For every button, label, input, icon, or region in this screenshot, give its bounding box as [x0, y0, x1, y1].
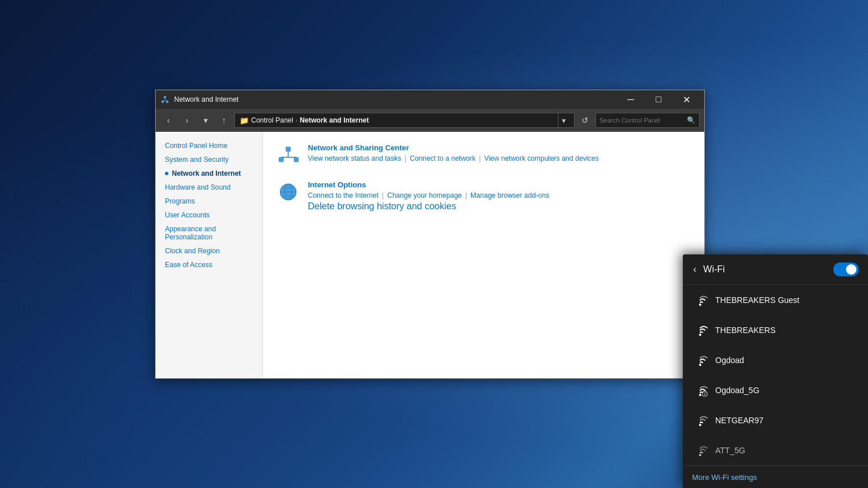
svg-point-23: [699, 424, 701, 426]
sidebar-item-user-accounts[interactable]: User Accounts: [156, 208, 262, 222]
wifi-network-name-1: THEBREAKERS Guest: [715, 295, 800, 305]
svg-point-19: [699, 364, 701, 366]
connect-to-internet-link[interactable]: Connect to the Internet: [308, 191, 378, 199]
internet-options-links: Connect to the Internet | Change your ho…: [308, 191, 549, 199]
wifi-network-name-5: NETGEAR97: [715, 416, 763, 425]
sidebar-item-system-and-security[interactable]: System and Security: [156, 153, 262, 167]
main-content: Network and Sharing Center View network …: [263, 132, 704, 378]
wifi-signal-icon-3: [692, 352, 708, 368]
wifi-footer: More Wi-Fi settings: [683, 465, 868, 488]
sidebar-item-network-and-internet[interactable]: Network and Internet: [156, 167, 262, 180]
sidebar-item-label: Clock and Region: [165, 247, 220, 255]
svg-point-17: [699, 304, 701, 306]
network-sharing-center-content: Network and Sharing Center View network …: [308, 143, 599, 162]
sidebar-item-control-panel-home[interactable]: Control Panel Home: [156, 139, 262, 153]
more-wifi-settings-link[interactable]: More Wi-Fi settings: [692, 473, 757, 482]
window-icon: [160, 95, 170, 104]
sidebar-item-label: Network and Internet: [172, 169, 241, 178]
delete-browsing-history-link[interactable]: Delete browsing history and cookies: [308, 201, 456, 211]
search-input[interactable]: [599, 117, 685, 124]
wifi-network-netgear97[interactable]: NETGEAR97: [683, 405, 868, 435]
wifi-title: Wi-Fi: [703, 264, 827, 275]
svg-point-20: [699, 394, 701, 396]
address-folder-icon: 📁: [240, 116, 249, 125]
close-button[interactable]: ✕: [673, 90, 700, 109]
sidebar-item-label: Control Panel Home: [165, 142, 227, 150]
change-homepage-link[interactable]: Change your homepage: [387, 191, 462, 199]
wifi-network-ogdoad-5g[interactable]: Ogdoad_5G: [683, 375, 868, 405]
wifi-signal-icon-4: [692, 382, 708, 398]
wifi-network-name-2: THEBREAKERS: [715, 326, 775, 335]
sidebar-item-label: User Accounts: [165, 211, 209, 219]
svg-rect-2: [164, 96, 166, 98]
content-area: Control Panel Home System and Security N…: [156, 132, 704, 378]
connect-to-network-link[interactable]: Connect to a network: [410, 154, 475, 162]
wifi-signal-icon-2: [692, 322, 708, 338]
title-bar: Network and Internet ─ □ ✕: [156, 90, 704, 109]
search-icon[interactable]: 🔍: [687, 116, 696, 124]
wifi-network-name-4: Ogdoad_5G: [715, 386, 759, 395]
internet-options-title[interactable]: Internet Options: [308, 180, 549, 189]
refresh-button[interactable]: ↺: [577, 112, 593, 128]
view-network-computers-link[interactable]: View network computers and devices: [484, 154, 599, 162]
address-bar[interactable]: 📁 Control Panel › Network and Internet ▾: [234, 113, 575, 128]
svg-rect-0: [161, 101, 164, 103]
sidebar-item-clock-and-region[interactable]: Clock and Region: [156, 244, 262, 258]
address-separator-1: ›: [296, 117, 297, 124]
back-button[interactable]: ‹: [160, 112, 176, 128]
wifi-network-name-6: ATT_5G: [715, 446, 745, 455]
wifi-toggle[interactable]: [833, 263, 859, 276]
active-indicator: [165, 172, 168, 175]
svg-rect-7: [294, 157, 299, 162]
minimize-button[interactable]: ─: [617, 90, 644, 109]
sidebar-item-label: Hardware and Sound: [165, 183, 230, 191]
maximize-button[interactable]: □: [645, 90, 672, 109]
address-part-1: Control Panel: [251, 116, 293, 124]
network-sharing-center-links: View network status and tasks | Connect …: [308, 154, 599, 162]
sidebar-item-hardware-and-sound[interactable]: Hardware and Sound: [156, 180, 262, 194]
sidebar-item-programs[interactable]: Programs: [156, 194, 262, 208]
forward-button[interactable]: ›: [179, 112, 195, 128]
wifi-toggle-thumb: [846, 264, 856, 275]
wifi-signal-icon-1: [692, 292, 708, 308]
svg-point-22: [704, 394, 705, 395]
svg-point-18: [699, 334, 701, 336]
sidebar-item-ease-of-access[interactable]: Ease of Access: [156, 258, 262, 272]
svg-rect-8: [286, 147, 290, 151]
sidebar: Control Panel Home System and Security N…: [156, 132, 263, 378]
wifi-back-button[interactable]: ‹: [692, 263, 697, 276]
sidebar-item-label: Appearance and Personalization: [165, 225, 253, 241]
svg-point-24: [699, 454, 701, 456]
wifi-signal-icon-6: [692, 442, 708, 459]
sidebar-item-label: Ease of Access: [165, 261, 212, 269]
recent-locations-button[interactable]: ▾: [197, 112, 214, 128]
network-sharing-center-icon: [277, 143, 300, 167]
wifi-toggle-track: [833, 263, 859, 276]
wifi-network-att-5g[interactable]: ATT_5G: [683, 435, 868, 465]
address-dropdown-button[interactable]: ▾: [558, 113, 569, 128]
internet-options-icon: [277, 180, 300, 204]
internet-options-section: Internet Options Connect to the Internet…: [277, 180, 690, 212]
sidebar-item-appearance-and-personalization[interactable]: Appearance and Personalization: [156, 222, 262, 244]
wifi-panel: ‹ Wi-Fi THEBREAKERS Guest: [683, 254, 868, 488]
wifi-network-thebreakers[interactable]: THEBREAKERS: [683, 315, 868, 345]
network-sharing-center-title[interactable]: Network and Sharing Center: [308, 143, 599, 152]
svg-rect-1: [166, 101, 168, 103]
wifi-network-name-3: Ogdoad: [715, 356, 744, 365]
view-network-status-link[interactable]: View network status and tasks: [308, 154, 401, 162]
address-part-2: Network and Internet: [300, 116, 369, 124]
internet-options-content: Internet Options Connect to the Internet…: [308, 180, 549, 212]
wifi-signal-icon-5: [692, 412, 708, 428]
search-box: 🔍: [595, 113, 700, 128]
wifi-network-thebreakers-guest[interactable]: THEBREAKERS Guest: [683, 285, 868, 315]
navigation-bar: ‹ › ▾ ↑ 📁 Control Panel › Network and In…: [156, 109, 704, 132]
wifi-header: ‹ Wi-Fi: [683, 254, 868, 284]
window-controls: ─ □ ✕: [617, 90, 700, 109]
manage-browser-addons-link[interactable]: Manage browser add-ons: [470, 191, 549, 199]
wifi-network-ogdoad[interactable]: Ogdoad: [683, 345, 868, 375]
network-sharing-center-section: Network and Sharing Center View network …: [277, 143, 690, 167]
window-title: Network and Internet: [174, 95, 613, 103]
sidebar-item-label: Programs: [165, 197, 195, 205]
control-panel-window: Network and Internet ─ □ ✕ ‹ › ▾ ↑ 📁 Con…: [155, 90, 705, 379]
up-button[interactable]: ↑: [216, 112, 232, 128]
